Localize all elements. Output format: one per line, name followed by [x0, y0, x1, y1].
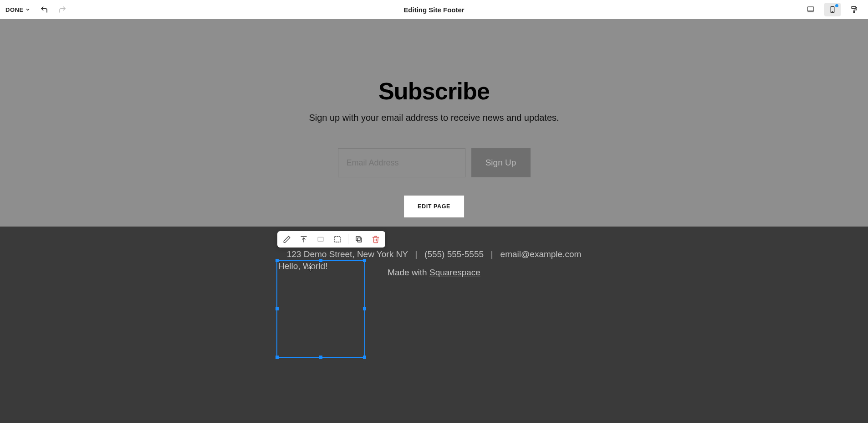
undo-icon: [40, 5, 48, 14]
svg-rect-4: [852, 6, 856, 9]
redo-icon: [58, 5, 66, 14]
footer-contact-line: 123 Demo Street, New York NY | (555) 555…: [0, 249, 868, 259]
email-address-input[interactable]: [338, 148, 465, 177]
block-toolbar: [277, 231, 385, 248]
redo-button[interactable]: [58, 5, 67, 14]
sign-up-button[interactable]: Sign Up: [471, 148, 531, 177]
top-bar: DONE Editing Site Footer: [0, 0, 868, 19]
mobile-view-button[interactable]: [824, 3, 841, 16]
resize-handle-bottom-middle[interactable]: [319, 356, 322, 359]
align-top-icon: [300, 235, 308, 243]
code-block-text: Hello, World!: [278, 261, 327, 271]
subscribe-heading: Subscribe: [378, 77, 490, 105]
chevron-down-icon: [25, 7, 31, 12]
footer-section[interactable]: 123 Demo Street, New York NY | (555) 555…: [0, 227, 868, 423]
selected-code-block[interactable]: Hello, World!: [276, 260, 365, 358]
duplicate-icon: [355, 235, 363, 243]
footer-made-with-prefix: Made with: [388, 268, 429, 277]
top-bar-left: DONE: [5, 5, 67, 14]
subscribe-form: Sign Up: [338, 148, 531, 177]
canvas-area: Subscribe Sign up with your email addres…: [0, 19, 868, 423]
svg-rect-10: [357, 238, 362, 242]
svg-rect-0: [807, 7, 814, 11]
select-area-button[interactable]: [331, 233, 344, 246]
resize-handle-middle-right[interactable]: [363, 307, 366, 310]
svg-rect-5: [853, 11, 854, 13]
page-title: Editing Site Footer: [403, 6, 464, 14]
desktop-view-button[interactable]: [802, 3, 819, 16]
resize-handle-top-middle[interactable]: [319, 259, 322, 262]
resize-handle-top-right[interactable]: [363, 259, 366, 262]
notification-dot-icon: [835, 4, 838, 7]
undo-button[interactable]: [40, 5, 49, 14]
svg-rect-11: [356, 237, 360, 241]
subscribe-subheading: Sign up with your email address to recei…: [309, 113, 559, 123]
resize-handle-top-left[interactable]: [276, 259, 279, 262]
svg-rect-8: [318, 237, 323, 242]
footer-made-with: Made with Squarespace: [0, 268, 868, 278]
fit-button[interactable]: [314, 233, 327, 246]
paint-roller-button[interactable]: [846, 3, 863, 16]
pencil-icon: [283, 235, 291, 243]
trash-icon: [372, 235, 380, 243]
fit-icon: [317, 235, 325, 243]
edit-block-button[interactable]: [281, 233, 293, 246]
edit-page-button[interactable]: EDIT PAGE: [404, 196, 464, 217]
done-label: DONE: [5, 6, 24, 13]
subscribe-section[interactable]: Subscribe Sign up with your email addres…: [0, 19, 868, 227]
squarespace-link[interactable]: Squarespace: [429, 268, 480, 277]
marquee-icon: [333, 235, 342, 243]
resize-handle-bottom-left[interactable]: [276, 356, 279, 359]
desktop-icon: [807, 5, 815, 14]
top-bar-right: [802, 3, 863, 16]
delete-button[interactable]: [369, 233, 382, 246]
align-top-button[interactable]: [297, 233, 310, 246]
duplicate-button[interactable]: [352, 233, 365, 246]
svg-rect-9: [335, 237, 340, 242]
toolbar-separator: [348, 234, 348, 244]
paint-roller-icon: [850, 5, 858, 14]
resize-handle-bottom-right[interactable]: [363, 356, 366, 359]
resize-handle-middle-left[interactable]: [276, 307, 279, 310]
done-button[interactable]: DONE: [5, 6, 31, 13]
